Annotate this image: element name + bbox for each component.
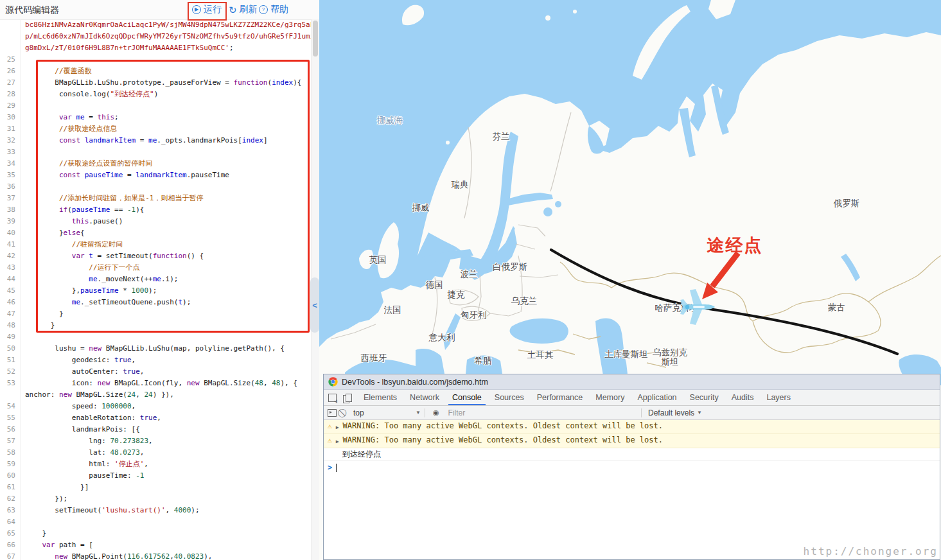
console-message-warning[interactable]: ⚠▶WARNING: Too many active WebGL context… [324,420,940,434]
tab-audits[interactable]: Audits [725,390,761,405]
tab-application[interactable]: Application [631,390,683,405]
code-line[interactable]: 66 var path = [ [0,539,319,551]
code-line[interactable]: 61 }] [0,482,319,493]
country-label: 德国 [426,280,443,290]
code-line[interactable]: 35 const pauseTime = landmarkItem.pauseT… [0,170,319,181]
code-line[interactable]: 51 geodesic: true, [0,354,319,366]
country-label: 乌兹别克 斯坦 [653,347,687,367]
code-line[interactable]: 56 landmarkPois: [{ [0,424,319,435]
code-line[interactable]: anchor: new BMapGL.Size(24, 24) }), [0,389,319,401]
devtools-titlebar[interactable]: DevTools - lbsyun.baidu.com/jsdemo.htm [324,374,940,390]
code-line[interactable]: 62 }); [0,493,319,505]
code-line[interactable]: 27 BMapGLLib.LuShu.prototype._pauseForVi… [0,77,319,89]
code-line[interactable]: 29 [0,100,319,112]
tab-layers[interactable]: Layers [760,390,797,405]
code-line[interactable]: 60 pauseTime: -1 [0,470,319,482]
tab-security[interactable]: Security [683,390,725,405]
refresh-icon: ↻ [229,5,237,15]
text-caret [336,464,337,472]
console-messages: ⚠▶WARNING: Too many active WebGL context… [324,420,940,461]
code-line[interactable]: 40 }else{ [0,227,319,239]
country-label: 意大利 [429,333,455,342]
code-line[interactable]: 26 //覆盖函数 [0,66,319,77]
refresh-button[interactable]: ↻ 刷新 [229,3,258,16]
code-line[interactable]: g8mDxL/zT/0i0f6H9L8B7n+trJOMfuMAAAAAE1FT… [0,42,319,54]
help-button[interactable]: ? 帮助 [259,3,288,16]
device-toolbar-icon[interactable] [340,390,357,405]
country-label: 西班牙 [361,353,387,363]
panel-collapse-handle[interactable]: < [310,277,319,333]
tab-memory[interactable]: Memory [589,390,631,405]
code-line[interactable]: 42 var t = setTimeout(function() { [0,250,319,262]
code-line[interactable]: 46 me._setTimeoutQuene.push(t); [0,297,319,308]
country-label: 俄罗斯 [834,198,860,208]
code-line[interactable]: 67 new BMapGL.Point(116.617562,40.0823), [0,551,319,560]
log-levels-dropdown[interactable]: Default levels▼ [641,408,708,417]
console-message-text: WARNING: Too many active WebGL contexts.… [342,421,663,431]
code-line[interactable]: 33 [0,146,319,158]
code-line[interactable]: 58 lat: 48.0273, [0,447,319,459]
code-line[interactable]: 57 lng: 70.273823, [0,435,319,447]
code-line[interactable]: 50 lushu = new BMapGLLib.LuShu(map, poly… [0,343,319,354]
code-line[interactable]: 44 me._moveNext(++me.i); [0,274,319,285]
code-line[interactable]: 47 } [0,308,319,320]
code-line[interactable]: 49 [0,331,319,343]
waypoint-annotation: 途经点 [707,234,763,257]
code-line[interactable]: 54 speed: 1000000, [0,401,319,412]
code-line[interactable]: 32 const landmarkItem = me._opts.landmar… [0,135,319,146]
code-line[interactable]: 48 } [0,320,319,331]
country-label: 蒙古 [828,302,845,312]
country-label: 芬兰 [493,132,510,141]
code-line[interactable]: 41 //驻留指定时间 [0,239,319,250]
warning-icon: ⚠ [328,421,332,431]
tab-elements[interactable]: Elements [357,390,403,405]
code-line[interactable]: 52 autoCenter: true, [0,366,319,378]
watermark: http://chonger.org [804,545,938,557]
code-area[interactable]: bc86HziNMvAzaNr0KqmrOaAciLaqc1PyW/sjMW4N… [0,19,319,560]
code-line[interactable]: 45 },pauseTime * 1000); [0,285,319,297]
code-line[interactable]: 43 //运行下一个点 [0,262,319,274]
expand-triangle-icon[interactable]: ▶ [336,423,339,432]
editor-title: 源代码编辑器 [5,4,59,16]
prompt-chevron-icon: > [328,463,332,472]
sea-label: 挪威海 [377,116,403,125]
inspect-element-icon[interactable] [324,390,340,405]
code-line[interactable]: 53 icon: new BMapGL.Icon(fly, new BMapGL… [0,378,319,389]
country-label: 瑞典 [452,180,469,189]
run-button[interactable]: ▶ 运行 [192,3,222,16]
devtools-tabs: ElementsNetworkConsoleSourcesPerformance… [357,390,797,405]
code-line[interactable]: 38 if(pauseTime == -1){ [0,204,319,216]
code-line[interactable]: 64 [0,516,319,528]
code-line[interactable]: 36 [0,181,319,193]
tab-sources[interactable]: Sources [488,390,531,405]
country-label: 土耳其 [527,350,554,360]
console-prompt[interactable]: > [324,461,940,474]
code-line[interactable]: 65 } [0,528,319,539]
code-line[interactable]: 55 enableRotation: true, [0,412,319,424]
tab-network[interactable]: Network [403,390,446,405]
source-code-editor-panel: 源代码编辑器 ▶ 运行 ↻ 刷新 ? 帮助 bc86HziNMvAzaNr0Kq… [0,0,319,560]
code-line[interactable]: 63 setTimeout('lushu.start()', 4000); [0,505,319,516]
console-message-warning[interactable]: ⚠▶WARNING: Too many active WebGL context… [324,434,940,448]
editor-scrollbar-thumb[interactable] [313,21,318,57]
code-line[interactable]: 28 console.log("到达经停点") [0,89,319,100]
code-line[interactable]: 31 //获取途经点信息 [0,123,319,135]
execution-context-select[interactable]: top▼ [353,408,421,417]
console-filter-input[interactable]: Filter [448,408,641,417]
console-sidebar-icon[interactable] [328,409,337,417]
code-line[interactable]: bc86HziNMvAzaNr0KqmrOaAciLaqc1PyW/sjMW4N… [0,19,319,31]
code-line[interactable]: 30 var me = this; [0,112,319,123]
code-line[interactable]: p/mLc6d60xzN7mJIdk6OzqQDpcfWRyYM726yrT5N… [0,31,319,42]
country-label: 土库曼斯坦 [604,349,648,359]
code-line[interactable]: 34 //获取途经点设置的暂停时间 [0,158,319,170]
live-expression-eye-icon[interactable]: ◉ [433,408,439,417]
expand-triangle-icon[interactable]: ▶ [336,437,339,446]
tab-performance[interactable]: Performance [531,390,590,405]
code-line[interactable]: 59 html: '停止点', [0,459,319,470]
code-line[interactable]: 39 this.pause() [0,216,319,227]
console-toolbar: ⃠ top▼ ◉ Filter Default levels▼ [324,406,940,420]
tab-console[interactable]: Console [446,390,488,405]
code-line[interactable]: 37 //添加长时间驻留，如果是-1，则相当于暂停 [0,193,319,204]
code-line[interactable]: 25 [0,54,319,66]
country-label: 挪威 [412,203,430,213]
